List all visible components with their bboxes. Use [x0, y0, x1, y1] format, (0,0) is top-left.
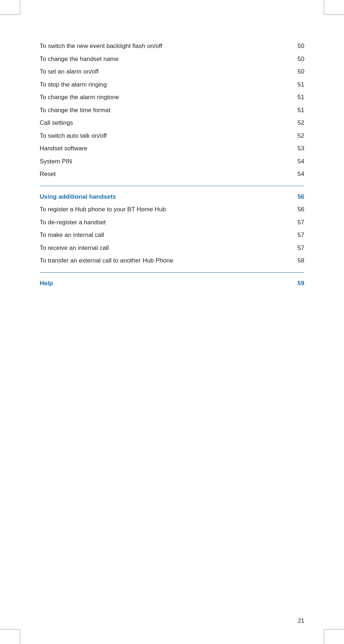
list-item: To set an alarm on/off 50	[40, 65, 304, 78]
entry-text: Call settings	[40, 118, 294, 128]
entry-page: 53	[294, 144, 304, 153]
list-item: Call settings 52	[40, 116, 304, 129]
entry-page: 51	[294, 80, 304, 89]
entry-page: 54	[294, 169, 304, 179]
help-heading-text: Help	[40, 279, 294, 288]
entry-page: 51	[294, 106, 304, 115]
entry-page: 57	[294, 218, 304, 227]
entry-text: To set an alarm on/off	[40, 67, 294, 76]
section-heading: Using additional handsets 56	[40, 190, 304, 203]
entry-page: 58	[294, 256, 304, 265]
list-item: To change the alarm ringtone 51	[40, 91, 304, 104]
entry-text: To switch auto talk on/off	[40, 131, 294, 141]
help-heading-page: 59	[294, 279, 304, 288]
entry-text: To register a Hub phone to your BT Home …	[40, 205, 294, 214]
entry-page: 56	[294, 205, 304, 214]
entry-text: To transfer an external call to another …	[40, 256, 294, 265]
section-divider	[40, 186, 304, 186]
entry-text: To switch the new event backlight flash …	[40, 41, 294, 51]
page-number: 21	[298, 618, 304, 624]
list-item: To receive an internal call 57	[40, 242, 304, 255]
list-item: To de-register a handset 57	[40, 216, 304, 229]
entry-page: 52	[294, 131, 304, 141]
list-item: Handset software 53	[40, 142, 304, 155]
entry-text: System PIN	[40, 157, 294, 166]
list-item: To stop the alarm ringing 51	[40, 78, 304, 91]
entry-page: 50	[294, 54, 304, 64]
entry-text: To change the alarm ringtone	[40, 93, 294, 102]
help-heading: Help 59	[40, 277, 304, 290]
list-item: System PIN 54	[40, 155, 304, 168]
entry-page: 57	[294, 243, 304, 253]
entry-page: 50	[294, 41, 304, 51]
list-item: To switch auto talk on/off 52	[40, 129, 304, 142]
entry-text: To make an internal call	[40, 230, 294, 240]
entry-text: To receive an internal call	[40, 243, 294, 253]
list-item: To transfer an external call to another …	[40, 254, 304, 267]
entry-text: To change the time format	[40, 106, 294, 115]
entry-page: 57	[294, 230, 304, 240]
list-item: To change the time format 51	[40, 104, 304, 117]
list-item: To register a Hub phone to your BT Home …	[40, 203, 304, 216]
list-item: To switch the new event backlight flash …	[40, 40, 304, 53]
entry-page: 54	[294, 157, 304, 166]
section-heading-text: Using additional handsets	[40, 192, 294, 202]
entry-text: Reset	[40, 169, 294, 179]
entry-text: To stop the alarm ringing	[40, 80, 294, 89]
entry-text: To change the handset name	[40, 54, 294, 64]
section-heading-page: 56	[294, 192, 304, 202]
section-divider-bottom	[40, 272, 304, 273]
toc-table: To switch the new event backlight flash …	[40, 40, 304, 290]
entry-text: Handset software	[40, 144, 294, 153]
entry-page: 50	[294, 67, 304, 76]
entry-text: To de-register a handset	[40, 218, 294, 227]
list-item: Reset 54	[40, 168, 304, 181]
list-item: To change the handset name 50	[40, 53, 304, 66]
entry-page: 51	[294, 93, 304, 102]
list-item: To make an internal call 57	[40, 229, 304, 242]
entry-page: 52	[294, 118, 304, 128]
